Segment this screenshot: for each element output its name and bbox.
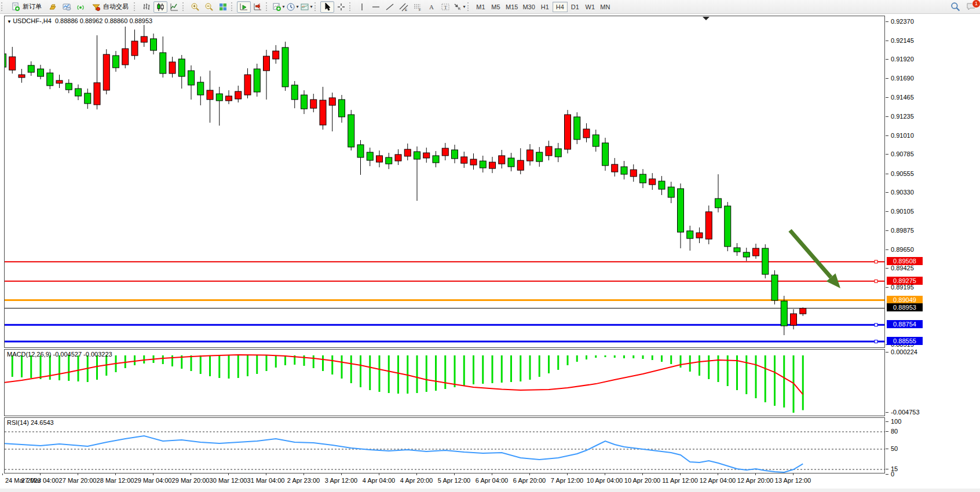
candles-group [5,25,806,335]
rsi-indicator-pane[interactable]: RSI(14) 24.6543 [4,417,885,473]
price-axis-tick-label: 0.92145 [891,37,914,44]
axis-tick-mark [886,268,888,269]
chart-shift-marker[interactable] [703,17,710,20]
price-axis-tick-label: 0.91465 [891,94,914,101]
notification-badge: 1 [972,0,980,8]
symbol-dropdown-icon[interactable]: ▼ [7,19,13,24]
toolbar-grip[interactable] [467,2,471,11]
macd-indicator-pane[interactable]: MACD(12,26,9) -0.004527 -0.003223 [4,349,885,416]
date-axis-label: 28 Mar 12:00 [97,477,134,484]
line-anchor-marker[interactable] [875,260,877,263]
toolbar-grip[interactable] [231,2,235,11]
tile-windows-button[interactable] [216,1,230,13]
candlestick-chart[interactable] [5,16,884,347]
line-anchor-marker[interactable] [875,280,877,282]
publish-chart-button[interactable] [60,1,74,13]
toolbar-grip[interactable] [182,2,186,11]
date-axis-label: 12 Apr 04:00 [700,477,736,484]
horizontal-line-button[interactable] [369,1,383,13]
crosshair-button[interactable] [334,1,348,13]
auto-scroll-icon [239,2,248,12]
crosshair-icon [337,2,346,12]
candlestick-chart-icon [156,2,165,12]
templates-button[interactable]: ▾ [299,1,313,13]
chevron-down-icon: ▾ [282,4,284,9]
axis-tick-mark [886,21,888,22]
trend-arrow-shaft[interactable] [790,230,831,277]
zoom-in-button[interactable] [188,1,202,13]
chevron-down-icon: ▾ [296,4,298,9]
axis-tick-mark [886,174,888,174]
date-tick-mark [153,473,153,475]
date-axis-label: 12 Apr 20:00 [737,477,773,484]
arrows-button[interactable]: ▾ [452,1,466,13]
tab-timeframe-w1[interactable]: W1 [583,2,598,12]
date-tick-mark [416,473,417,475]
zoom-out-button[interactable] [202,1,216,13]
date-tick-mark [78,473,78,475]
horizontal-line-icon [371,2,381,12]
tab-timeframe-h4[interactable]: H4 [553,2,568,12]
tab-timeframe-m15[interactable]: M15 [503,2,520,12]
periods-button[interactable]: ▾ [286,1,299,13]
date-axis-label: 10 Apr 04:00 [587,477,623,484]
svg-text:T: T [444,4,448,10]
tab-timeframe-d1[interactable]: D1 [568,2,583,12]
line-chart-button[interactable] [167,1,181,13]
date-tick-mark [2,473,3,475]
tab-timeframe-mn[interactable]: MN [598,2,613,12]
toolbar-grip[interactable] [266,2,269,11]
vertical-line-button[interactable] [355,1,369,13]
toolbar-grip[interactable] [349,2,353,11]
auto-scroll-button[interactable] [237,1,251,13]
cursor-button[interactable] [320,1,334,13]
macd-chart [5,350,884,416]
tab-timeframe-m30[interactable]: M30 [520,2,537,12]
tab-timeframe-m1[interactable]: M1 [473,2,488,12]
line-chart-icon [170,2,179,12]
date-tick-mark [228,473,229,475]
fibonacci-button[interactable]: F [411,1,425,13]
text-button[interactable]: A [425,1,438,13]
equidistant-channel-button[interactable]: E [397,1,411,13]
auto-trading-button[interactable]: 自动交易 [87,1,133,13]
equidistant-channel-icon: E [399,2,408,12]
date-tick-mark [492,473,492,475]
search-icon[interactable] [950,2,960,12]
add-indicator-button[interactable]: ▾ [272,1,286,13]
date-tick-mark [567,473,568,475]
axis-tick-mark [886,59,888,60]
signal-button[interactable] [74,1,87,13]
macd-label: MACD(12,26,9) -0.004527 -0.003223 [7,351,112,358]
date-axis-label: 7 Apr 12:00 [551,477,583,484]
tab-timeframe-h1[interactable]: H1 [537,2,553,12]
axis-tick-mark [886,469,888,469]
price-level-badge-0.88555: 0.88555 [887,337,923,345]
line-anchor-marker[interactable] [875,340,877,343]
axis-tick-mark [886,211,888,212]
trend-line-button[interactable] [383,1,397,13]
toolbar-grip[interactable] [315,2,318,11]
axis-tick-mark [886,41,888,41]
toolbar-grip[interactable] [1,2,5,11]
chart-shift-button[interactable] [251,1,265,13]
price-axis[interactable]: 0.923700.921450.919200.916900.914650.912… [886,16,980,479]
price-axis-tick-label: 0.89650 [891,246,914,253]
bar-chart-button[interactable] [140,1,153,13]
text-label-button[interactable]: T [438,1,452,13]
price-axis-tick-label: 0.91920 [891,56,914,63]
date-axis-label: 2 Apr 23:00 [287,477,320,484]
new-order-button[interactable]: 新订单 [7,1,46,13]
price-level-badge-0.89275: 0.89275 [887,277,923,285]
gold-bar-button[interactable] [46,1,60,13]
line-anchor-marker[interactable] [875,324,877,326]
date-axis-label: 4 Apr 20:00 [400,477,433,484]
notifications-button[interactable]: 1 [966,2,977,12]
date-axis[interactable]: 24 Mar 202327 Mar 04:0027 Mar 20:0028 Ma… [4,473,885,489]
price-chart-pane[interactable]: ▼ USDCHF-,H4 0.88886 0.88962 0.88860 0.8… [4,16,885,348]
toolbar-grip[interactable] [134,2,137,11]
chevron-down-icon: ▾ [310,4,312,9]
tab-timeframe-m5[interactable]: M5 [488,2,503,12]
price-axis-tick-label: 0.90105 [891,208,914,215]
candlestick-chart-button[interactable] [153,1,167,13]
